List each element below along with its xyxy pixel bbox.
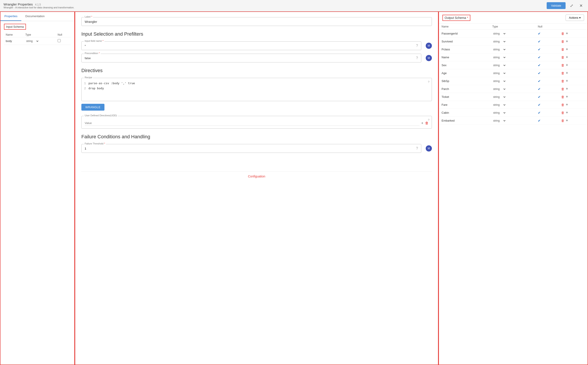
directives-title: Directives <box>81 68 432 73</box>
udd-add-button[interactable]: + <box>421 121 423 125</box>
output-row-name: Survived <box>439 38 490 46</box>
recipe-code[interactable]: parse-as-csv :body ',' true drop body <box>88 81 429 98</box>
add-row-icon[interactable]: + <box>566 95 568 99</box>
actions-button[interactable]: Actions ▾ <box>566 14 584 21</box>
output-type-select[interactable]: string int long double boolean <box>492 63 506 67</box>
output-row-row-btns: 🗑 + <box>559 77 588 85</box>
actions-chevron-icon: ▾ <box>579 16 581 19</box>
output-type-select[interactable]: string int long double boolean <box>492 71 506 75</box>
threshold-help-icon[interactable]: ? <box>416 147 418 150</box>
output-row-controls: 🗑 + <box>561 31 585 36</box>
precondition-help-icon[interactable]: ? <box>416 56 418 60</box>
output-schema-table: Name Type Null PassengerId string int lo… <box>439 24 588 125</box>
output-row-controls: 🗑 + <box>561 110 585 115</box>
add-row-icon[interactable]: + <box>566 47 568 52</box>
output-col-type-header: Type <box>490 24 535 30</box>
row-actions: ✔ <box>538 79 556 83</box>
add-row-icon[interactable]: + <box>566 87 568 91</box>
delete-row-icon[interactable]: 🗑 <box>561 40 565 43</box>
delete-row-icon[interactable]: 🗑 <box>561 95 565 99</box>
table-row: Age string int long double boolean ✔ 🗑 <box>439 69 588 77</box>
input-field-name-input[interactable] <box>85 44 414 48</box>
output-type-select[interactable]: string int long double boolean <box>492 56 506 59</box>
label-field-label: Label * <box>84 15 93 18</box>
output-type-select[interactable]: string int long double boolean <box>492 48 506 51</box>
failure-section: Failure Conditions and Handling Failure … <box>81 134 432 153</box>
output-row-controls: 🗑 + <box>561 63 585 68</box>
delete-row-icon[interactable]: 🗑 <box>561 71 565 75</box>
close-button[interactable]: ✕ <box>578 2 584 9</box>
null-checkbox[interactable] <box>58 39 61 42</box>
label-input[interactable] <box>85 20 429 23</box>
delete-row-icon[interactable]: 🗑 <box>561 63 565 67</box>
output-type-select[interactable]: string int long double boolean <box>492 87 506 91</box>
validate-button[interactable]: Validate <box>547 2 566 9</box>
threshold-input[interactable] <box>85 147 414 150</box>
output-row-type: string int long double boolean <box>490 101 535 109</box>
udd-row: + 🗑 <box>85 120 429 126</box>
delete-row-icon[interactable]: 🗑 <box>561 103 565 107</box>
udd-value-input[interactable] <box>85 120 420 126</box>
precondition-input[interactable] <box>85 56 414 60</box>
output-type-select[interactable]: string int long double boolean <box>492 103 506 107</box>
udd-box: User Defined Directives(UDD) ? + 🗑 <box>81 116 432 129</box>
output-row-row-btns: 🗑 + <box>559 101 588 109</box>
output-type-select[interactable]: string int long double boolean <box>492 119 506 122</box>
check-icon: ✔ <box>538 111 541 115</box>
udd-help-icon[interactable]: ? <box>428 118 429 122</box>
add-row-icon[interactable]: + <box>566 63 568 68</box>
udd-delete-button[interactable]: 🗑 <box>425 121 429 125</box>
tab-properties[interactable]: Properties <box>0 12 21 21</box>
delete-row-icon[interactable]: 🗑 <box>561 32 565 35</box>
output-row-controls: 🗑 + <box>561 87 585 91</box>
output-type-select[interactable]: string int long double boolean <box>492 79 506 83</box>
output-row-name: Cabin <box>439 109 490 117</box>
delete-row-icon[interactable]: 🗑 <box>561 87 565 91</box>
output-row-type: string int long double boolean <box>490 61 535 69</box>
delete-row-icon[interactable]: 🗑 <box>561 48 565 51</box>
check-icon: ✔ <box>538 32 541 36</box>
table-row: Name string int long double boolean ✔ 🗑 <box>439 53 588 61</box>
output-row-row-btns: 🗑 + <box>559 46 588 53</box>
output-row-null: ✔ <box>535 77 559 85</box>
add-row-icon[interactable]: + <box>566 71 568 75</box>
output-row-name: SibSp <box>439 77 490 85</box>
output-type-select[interactable]: string int long double boolean <box>492 32 506 35</box>
add-row-icon[interactable]: + <box>566 31 568 36</box>
wrangle-button[interactable]: WRANGLE <box>81 104 105 111</box>
table-row: Embarked string int long double boolean … <box>439 117 588 125</box>
expand-button[interactable]: ⤢ <box>568 2 575 9</box>
add-row-icon[interactable]: + <box>566 110 568 115</box>
add-row-icon[interactable]: + <box>566 39 568 44</box>
app-version: 4.1.5 <box>35 3 41 6</box>
check-icon: ✔ <box>538 103 541 107</box>
add-row-icon[interactable]: + <box>566 55 568 60</box>
output-type-select[interactable]: string int long double boolean <box>492 111 506 115</box>
threshold-group: Failure Threshold * ? <box>81 144 421 153</box>
input-field-name-help-icon[interactable]: ? <box>416 44 418 48</box>
recipe-help-icon[interactable]: ? <box>428 80 429 84</box>
delete-row-icon[interactable]: 🗑 <box>561 119 565 122</box>
delete-row-icon[interactable]: 🗑 <box>561 111 565 115</box>
output-row-row-btns: 🗑 + <box>559 85 588 93</box>
input-type-select[interactable]: string int long double boolean <box>25 39 39 43</box>
col-type-header: Type <box>23 32 56 37</box>
output-row-name: Sex <box>439 61 490 69</box>
add-row-icon[interactable]: + <box>566 118 568 123</box>
right-panel: Output Schema * Actions ▾ Name Type Null… <box>439 11 588 365</box>
delete-row-icon[interactable]: 🗑 <box>561 56 565 59</box>
add-row-icon[interactable]: + <box>566 102 568 107</box>
output-type-select[interactable]: string int long double boolean <box>492 95 506 99</box>
app-title: Wrangler Properties 4.1.5 <box>4 2 74 6</box>
output-row-row-btns: 🗑 + <box>559 61 588 69</box>
output-row-row-btns: 🗑 + <box>559 30 588 38</box>
tab-documentation[interactable]: Documentation <box>21 12 48 21</box>
output-row-null: ✔ <box>535 69 559 77</box>
input-row-name: body <box>4 37 23 45</box>
table-row: Fare string int long double boolean ✔ 🗑 <box>439 101 588 109</box>
output-row-row-btns: 🗑 + <box>559 69 588 77</box>
output-type-select[interactable]: string int long double boolean <box>492 40 506 43</box>
add-row-icon[interactable]: + <box>566 79 568 83</box>
output-row-name: Parch <box>439 85 490 93</box>
delete-row-icon[interactable]: 🗑 <box>561 79 565 83</box>
